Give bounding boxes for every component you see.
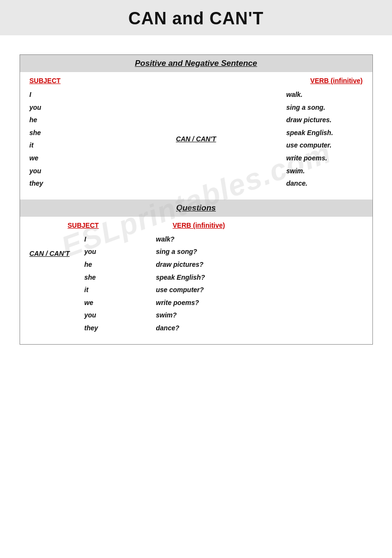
q-subject-we: we [85, 296, 127, 309]
subject-you: you [30, 101, 73, 114]
positive-section: SUBJECT VERB (infinitive) I you he she i… [20, 72, 372, 200]
q-subject-he: he [85, 258, 127, 271]
verb-draw: draw pictures. [286, 114, 332, 126]
questions-verb-label: VERB (infinitive) [173, 221, 225, 229]
subject-it: it [30, 139, 73, 152]
verb-walk: walk. [286, 88, 303, 101]
questions-section-header: Questions [20, 200, 372, 217]
q-verb-sing: sing a song? [156, 245, 233, 258]
questions-subjects: I you he she it we you they [85, 233, 127, 335]
positive-section-header: Positive and Negative Sentence [20, 55, 372, 72]
verb-speak: speak English. [286, 126, 333, 139]
positive-verb-label: VERB (infinitive) [310, 77, 363, 84]
q-verb-walk: walk? [156, 233, 233, 246]
q-subject-she: she [85, 271, 127, 284]
questions-verbs: walk? sing a song? draw pictures? speak … [156, 233, 233, 335]
questions-subject-label: SUBJECT [68, 221, 135, 229]
verb-dance: dance. [286, 177, 307, 190]
subject-you2: you [30, 165, 73, 178]
positive-subjects: I you he she it we you they [30, 88, 73, 190]
subject-we: we [30, 152, 73, 165]
q-subject-it: it [85, 284, 127, 296]
verb-sing: sing a song. [286, 101, 326, 114]
q-subject-i: I [85, 233, 127, 246]
positive-verbs: walk. sing a song. draw pictures. speak … [286, 88, 363, 190]
q-verb-write: write poems? [156, 296, 233, 309]
positive-col-headers: SUBJECT VERB (infinitive) [30, 77, 363, 84]
subject-i: I [30, 88, 73, 101]
subject-they: they [30, 177, 73, 190]
verb-write: write poems. [286, 152, 328, 165]
positive-modal-verb: CAN / CAN'T [176, 135, 216, 143]
questions-col-headers: SUBJECT VERB (infinitive) [30, 221, 363, 229]
q-verb-swim: swim? [156, 309, 233, 322]
page-title: CAN and CAN'T [128, 9, 264, 28]
q-subject-you: you [85, 245, 127, 258]
main-content-box: ESLprintables.com Positive and Negative … [20, 54, 373, 345]
questions-section: SUBJECT VERB (infinitive) CAN / CAN'T I … [20, 217, 372, 344]
subject-she: she [30, 126, 73, 139]
positive-grid: I you he she it we you they CAN / CAN'T … [30, 88, 363, 190]
q-subject-they: they [85, 322, 127, 335]
q-subject-you2: you [85, 309, 127, 322]
positive-subject-label: SUBJECT [30, 77, 61, 84]
subject-he: he [30, 114, 73, 126]
q-verb-dance: dance? [156, 322, 233, 335]
verb-swim: swim. [286, 165, 305, 178]
questions-grid: CAN / CAN'T I you he she it we you they … [30, 233, 363, 335]
q-verb-draw: draw pictures? [156, 258, 233, 271]
q-verb-computer: use computer? [156, 284, 233, 296]
page-header: CAN and CAN'T [0, 0, 392, 35]
verb-computer: use computer. [286, 139, 332, 152]
questions-modal-verb: CAN / CAN'T [30, 233, 75, 257]
q-verb-speak: speak English? [156, 271, 233, 284]
